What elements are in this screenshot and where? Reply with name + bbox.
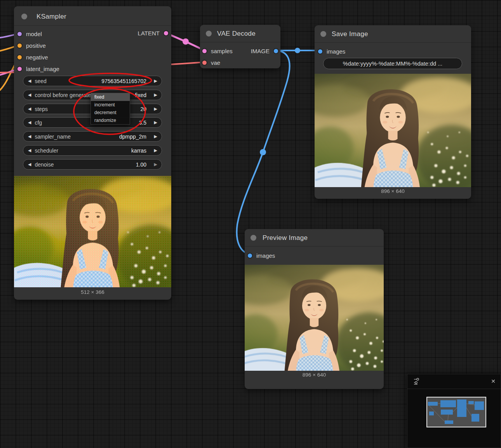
collapse-dot-icon[interactable] <box>21 14 27 19</box>
widget-value: 20 <box>140 106 146 112</box>
port-dot[interactable] <box>248 254 252 258</box>
port-label: images <box>256 252 275 259</box>
input-port-negative[interactable]: negative <box>17 54 48 61</box>
header-divider <box>245 246 384 247</box>
widget-value: 1.00 <box>136 161 146 168</box>
port-dot[interactable] <box>318 49 322 54</box>
collapse-dot-icon[interactable] <box>206 31 212 36</box>
header-divider <box>200 42 280 42</box>
port-dot[interactable] <box>274 49 278 53</box>
increment-arrow-icon[interactable]: ▶ <box>154 79 157 83</box>
widget-value: karras <box>131 148 146 154</box>
port-dot[interactable] <box>17 55 22 59</box>
decrement-arrow-icon[interactable]: ◀ <box>28 93 31 97</box>
decrement-arrow-icon[interactable]: ◀ <box>28 107 31 111</box>
input-port-samples[interactable]: samples <box>202 48 233 54</box>
widget-value: 975635451165702 <box>101 78 146 84</box>
menu-item-increment[interactable]: increment <box>91 101 130 109</box>
port-dot[interactable] <box>17 43 22 48</box>
save-image-preview <box>315 74 471 187</box>
widget-sampler-name[interactable]: ◀ sampler_name dpmpp_2m ▶ <box>23 131 162 142</box>
decrement-arrow-icon[interactable]: ◀ <box>28 79 31 83</box>
image-size-caption: 512 × 366 <box>14 289 171 295</box>
minimap-panel[interactable]: ✕ <box>407 374 501 448</box>
widget-value: 3.5 <box>139 120 146 126</box>
filename-prefix-value: %date:yyyy%-%date:MM%-%date:dd ... <box>343 61 442 67</box>
decrement-arrow-icon[interactable]: ◀ <box>28 120 31 125</box>
menu-item-fixed[interactable]: fixed <box>91 93 130 101</box>
node-title: Save Image <box>332 30 368 38</box>
increment-arrow-icon[interactable]: ▶ <box>154 120 157 125</box>
minimap-node <box>428 402 438 406</box>
reroute-dot-image-2[interactable] <box>260 149 266 155</box>
minimap-node <box>445 420 453 424</box>
minimap-node <box>429 412 434 415</box>
image-size-caption: 896 × 640 <box>245 372 384 378</box>
widget-name: scheduler <box>35 148 58 154</box>
port-label: latent_image <box>26 66 59 72</box>
minimap-node <box>457 399 466 417</box>
image-size-caption: 896 × 640 <box>315 188 471 194</box>
port-label: positive <box>26 42 46 49</box>
increment-arrow-icon[interactable]: ▶ <box>154 134 157 139</box>
output-port-latent[interactable]: LATENT <box>138 30 168 36</box>
decrement-arrow-icon[interactable]: ◀ <box>28 162 31 167</box>
minimap-node <box>468 401 474 404</box>
minimap-node <box>440 400 456 407</box>
decrement-arrow-icon[interactable]: ◀ <box>28 148 31 153</box>
widget-seed[interactable]: ◀ seed 975635451165702 ▶ <box>23 76 162 86</box>
input-port-model[interactable]: model <box>17 31 42 37</box>
port-dot[interactable] <box>164 31 168 35</box>
node-title: KSampler <box>37 13 66 21</box>
close-icon[interactable]: ✕ <box>489 377 497 385</box>
minimap-node <box>441 410 453 415</box>
ksampler-preview-image <box>14 176 171 287</box>
port-label: samples <box>211 48 233 54</box>
port-dot[interactable] <box>17 32 22 36</box>
collapse-dot-icon[interactable] <box>320 31 326 37</box>
port-dot[interactable] <box>202 49 207 53</box>
port-dot[interactable] <box>17 67 22 71</box>
widget-name: steps <box>35 106 47 112</box>
header-divider <box>14 25 171 26</box>
output-port-image[interactable]: IMAGE <box>251 48 278 54</box>
menu-item-decrement[interactable]: decrement <box>91 109 130 116</box>
widget-denoise[interactable]: ◀ denoise 1.00 ▶ <box>23 159 162 170</box>
input-port-images[interactable]: images <box>248 252 275 259</box>
node-title: VAE Decode <box>217 30 256 38</box>
node-ksampler[interactable]: KSampler model positive negative latent_… <box>14 6 171 300</box>
port-label: model <box>26 31 42 37</box>
reroute-dot-image-1[interactable] <box>295 48 300 53</box>
increment-arrow-icon[interactable]: ▶ <box>154 107 157 111</box>
increment-arrow-icon[interactable]: ▶ <box>154 162 157 167</box>
widget-name: seed <box>35 78 46 84</box>
port-label: negative <box>26 54 48 61</box>
control-mode-dropdown: fixed increment decrement randomize <box>90 93 130 125</box>
increment-arrow-icon[interactable]: ▶ <box>154 148 157 153</box>
input-port-images[interactable]: images <box>318 48 345 55</box>
minimap-header: ✕ <box>407 374 501 389</box>
widget-scheduler[interactable]: ◀ scheduler karras ▶ <box>23 145 162 156</box>
minimap-node <box>471 414 479 422</box>
collapse-dot-icon[interactable] <box>250 235 256 241</box>
filename-prefix-input[interactable]: %date:yyyy%-%date:MM%-%date:dd ... <box>323 58 462 69</box>
node-preview-image[interactable]: Preview Image images 896 × 640 <box>245 229 384 389</box>
widget-name: sampler_name <box>35 134 71 140</box>
port-dot[interactable] <box>202 61 207 65</box>
port-label: vae <box>211 59 220 66</box>
header-divider <box>315 42 471 43</box>
input-port-vae[interactable]: vae <box>202 59 220 66</box>
input-port-latent-image[interactable]: latent_image <box>17 66 59 72</box>
node-save-image[interactable]: Save Image images %date:yyyy%-%date:MM%-… <box>315 25 471 199</box>
port-label: images <box>327 48 345 55</box>
reroute-dot-latent[interactable] <box>183 38 189 45</box>
decrement-arrow-icon[interactable]: ◀ <box>28 134 31 139</box>
node-vae-decode[interactable]: VAE Decode samples vae IMAGE <box>200 25 280 68</box>
port-label: IMAGE <box>251 48 270 54</box>
widget-value: fixed <box>135 92 146 98</box>
node-title: Preview Image <box>263 234 308 242</box>
menu-item-randomize[interactable]: randomize <box>91 116 130 124</box>
input-port-positive[interactable]: positive <box>17 42 46 49</box>
increment-arrow-icon[interactable]: ▶ <box>154 93 157 97</box>
widget-name: cfg <box>35 120 42 126</box>
